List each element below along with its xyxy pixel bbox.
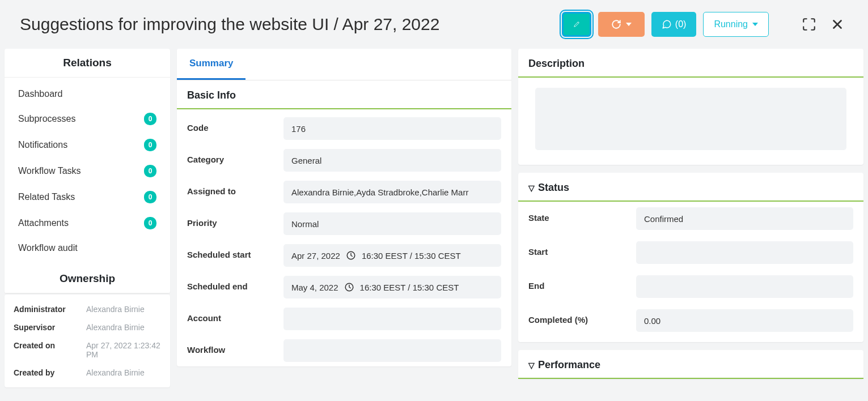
sidebar-item-label: Related Tasks	[18, 192, 75, 202]
refresh-button[interactable]	[598, 12, 645, 37]
ownership-label: Created by	[14, 368, 82, 377]
count-badge: 0	[144, 113, 156, 125]
info-value	[283, 308, 501, 330]
row-account: Account	[177, 303, 511, 335]
count-badge: 0	[144, 165, 156, 177]
sidebar-item-label: Attachments	[18, 218, 69, 228]
info-value: Apr 27, 2022 16:30 EEST / 15:30 CEST	[283, 244, 501, 267]
row-category: Category General	[177, 144, 511, 176]
fullscreen-button[interactable]	[798, 14, 820, 35]
status-title-text: Status	[538, 182, 569, 194]
close-button[interactable]	[827, 14, 848, 35]
info-value: Normal	[283, 212, 501, 235]
status-title[interactable]: ▽ Status	[518, 173, 863, 202]
tabs: Summary	[177, 49, 511, 80]
count-badge: 0	[144, 139, 156, 151]
ownership-value: Alexandra Birnie	[86, 368, 145, 377]
sidebar-item-label: Dashboard	[18, 89, 62, 99]
sidebar-item-label: Workflow Tasks	[18, 166, 81, 176]
info-label: Code	[187, 117, 283, 133]
info-label: Workflow	[187, 339, 283, 355]
ownership-row-created-by: Created by Alexandra Birnie	[5, 364, 170, 382]
info-label: Scheduled end	[187, 276, 283, 291]
chevron-down-icon	[752, 23, 758, 26]
edit-button[interactable]	[562, 12, 591, 37]
row-assigned-to: Assigned to Alexandra Birnie,Ayda Stradb…	[177, 176, 511, 208]
row-start: Start	[518, 236, 863, 270]
info-value: 176	[283, 117, 501, 140]
ownership-value: Apr 27, 2022 1:23:42 PM	[86, 341, 161, 359]
close-icon	[830, 17, 845, 32]
info-label: Start	[528, 241, 636, 257]
count-badge: 0	[144, 191, 156, 203]
ownership-label: Created on	[14, 341, 82, 359]
row-scheduled-start: Scheduled start Apr 27, 2022 16:30 EEST …	[177, 240, 511, 271]
basic-info-title: Basic Info	[177, 80, 511, 109]
row-workflow: Workflow	[177, 335, 511, 366]
row-scheduled-end: Scheduled end May 4, 2022 16:30 EEST / 1…	[177, 271, 511, 303]
status-label: Running	[714, 19, 748, 29]
time-text: 16:30 EEST / 15:30 CEST	[362, 251, 461, 261]
refresh-icon	[611, 19, 621, 29]
info-value	[636, 241, 853, 264]
info-label: Category	[187, 149, 283, 164]
triangle-down-icon: ▽	[528, 184, 535, 193]
date-text: May 4, 2022	[291, 283, 338, 292]
info-label: Assigned to	[187, 181, 283, 196]
tab-summary[interactable]: Summary	[177, 49, 245, 80]
row-end: End	[518, 270, 863, 304]
row-code: Code 176	[177, 113, 511, 144]
page-title: Suggestions for improving the website UI…	[20, 15, 562, 34]
ownership-row-created-on: Created on Apr 27, 2022 1:23:42 PM	[5, 336, 170, 364]
performance-title[interactable]: ▽ Performance	[518, 350, 863, 379]
performance-title-text: Performance	[538, 359, 600, 371]
time-text: 16:30 EEST / 15:30 CEST	[360, 283, 459, 292]
ownership-row-supervisor: Supervisor Alexandra Birnie	[5, 318, 170, 336]
sidebar-item-dashboard[interactable]: Dashboard	[5, 82, 170, 106]
sidebar-item-label: Workflow audit	[18, 243, 78, 253]
header-actions: (0) Running	[562, 12, 848, 37]
info-label: Completed (%)	[528, 309, 636, 325]
clock-icon	[344, 282, 354, 292]
info-value	[283, 339, 501, 362]
comments-button[interactable]: (0)	[651, 12, 697, 37]
sidebar-item-workflow-audit[interactable]: Workflow audit	[5, 236, 170, 260]
sidebar-item-label: Notifications	[18, 140, 67, 150]
info-value: May 4, 2022 16:30 EEST / 15:30 CEST	[283, 276, 501, 298]
description-value	[535, 88, 846, 150]
clock-icon	[346, 250, 356, 261]
sidebar-item-subprocesses[interactable]: Subprocesses 0	[5, 106, 170, 132]
sidebar-item-notifications[interactable]: Notifications 0	[5, 132, 170, 158]
triangle-down-icon: ▽	[528, 361, 535, 370]
info-label: Scheduled start	[187, 244, 283, 259]
sidebar: Relations Dashboard Subprocesses 0 Notif…	[5, 49, 170, 389]
sidebar-item-label: Subprocesses	[18, 114, 75, 124]
sidebar-item-related-tasks[interactable]: Related Tasks 0	[5, 184, 170, 210]
info-value: General	[283, 149, 501, 172]
relations-title: Relations	[5, 49, 170, 78]
status-dropdown[interactable]: Running	[703, 12, 769, 37]
info-label: End	[528, 275, 636, 291]
info-label: Priority	[187, 212, 283, 228]
row-state: State Confirmed	[518, 202, 863, 236]
info-value: Confirmed	[636, 207, 853, 230]
ownership-row-administrator: Administrator Alexandra Birnie	[5, 300, 170, 318]
info-label: Account	[187, 308, 283, 323]
basic-info-panel: Code 176 Category General Assigned to Al…	[177, 109, 511, 366]
ownership-value: Alexandra Birnie	[86, 305, 145, 314]
ownership-label: Supervisor	[14, 323, 82, 332]
info-label: State	[528, 207, 636, 223]
description-title: Description	[518, 49, 863, 78]
ownership-title: Ownership	[5, 265, 170, 293]
row-completed: Completed (%) 0.00	[518, 304, 863, 338]
comments-count: (0)	[675, 19, 687, 29]
info-value: Alexandra Birnie,Ayda Stradbroke,Charlie…	[283, 181, 501, 203]
date-text: Apr 27, 2022	[291, 251, 340, 261]
sidebar-item-attachments[interactable]: Attachments 0	[5, 210, 170, 236]
ownership-value: Alexandra Birnie	[86, 323, 145, 332]
sidebar-item-workflow-tasks[interactable]: Workflow Tasks 0	[5, 158, 170, 184]
count-badge: 0	[144, 217, 156, 229]
row-priority: Priority Normal	[177, 208, 511, 240]
fullscreen-icon	[802, 17, 816, 32]
comment-icon	[662, 19, 672, 29]
